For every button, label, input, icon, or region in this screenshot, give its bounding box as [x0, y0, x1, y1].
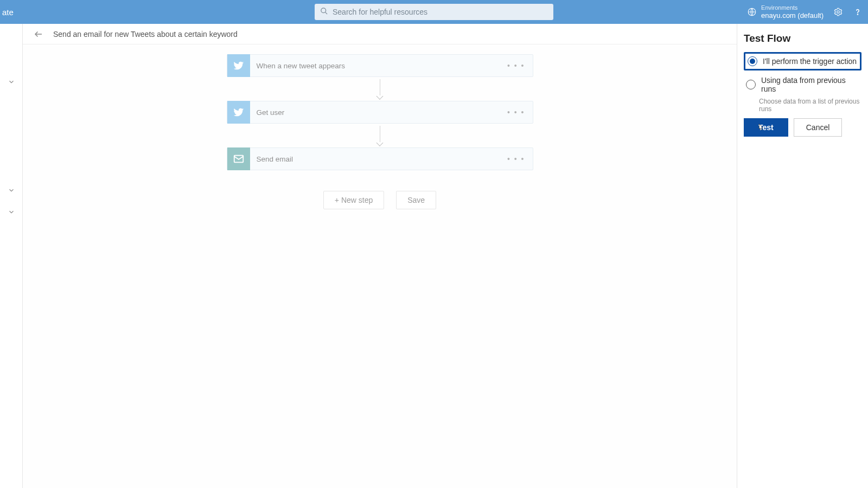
twitter-icon — [227, 101, 250, 124]
test-button-label: Test — [758, 123, 774, 132]
radio-label: I'll perform the trigger action — [763, 57, 857, 66]
page-title: Send an email for new Tweets about a cer… — [53, 30, 238, 38]
top-bar: ate Environments enayu.com (default) — [0, 0, 868, 24]
flow-step-label: When a new tweet appears — [257, 62, 346, 70]
gear-icon[interactable] — [833, 7, 843, 17]
flow-step-label: Get user — [257, 108, 285, 117]
svg-line-1 — [325, 12, 327, 14]
radio-icon — [746, 80, 756, 89]
chevron-down-icon[interactable] — [8, 208, 15, 216]
search-icon — [320, 7, 333, 17]
chevron-down-icon[interactable] — [8, 78, 15, 86]
svg-point-4 — [857, 14, 858, 15]
search-box[interactable] — [315, 4, 553, 20]
environment-label: Environments — [761, 4, 824, 11]
more-icon[interactable]: • • • — [507, 108, 525, 117]
left-nav-collapsed — [0, 24, 23, 488]
panel-title: Test Flow — [744, 33, 861, 44]
radio-icon — [748, 56, 757, 66]
svg-point-3 — [837, 11, 840, 14]
mail-icon — [227, 147, 250, 170]
help-icon[interactable] — [853, 7, 863, 17]
app-label: ate — [0, 8, 14, 17]
flow-canvas: When a new tweet appears • • • Get user … — [23, 44, 737, 488]
more-icon[interactable]: • • • — [507, 155, 525, 163]
flow-step-label: Send email — [257, 155, 293, 163]
flow-step-trigger[interactable]: When a new tweet appears • • • — [227, 54, 533, 77]
new-step-button[interactable]: + New step — [323, 191, 384, 209]
search-input[interactable] — [333, 8, 548, 16]
environment-value: enayu.com (default) — [761, 11, 824, 20]
flow-step-action-1[interactable]: Get user • • • — [227, 101, 533, 124]
radio-help-text: Choose data from a list of previous runs — [759, 98, 861, 113]
test-button[interactable]: Test — [744, 118, 788, 137]
more-icon[interactable]: • • • — [507, 61, 525, 70]
environment-picker[interactable]: Environments enayu.com (default) — [747, 4, 824, 20]
connector-arrow-icon — [227, 77, 533, 101]
save-button[interactable]: Save — [396, 191, 436, 209]
environment-icon — [747, 7, 757, 17]
radio-perform-trigger[interactable]: I'll perform the trigger action — [744, 52, 861, 70]
svg-point-0 — [321, 8, 326, 12]
chevron-down-icon[interactable] — [8, 187, 15, 194]
connector-arrow-icon — [227, 124, 533, 147]
back-arrow-icon[interactable] — [34, 29, 43, 39]
flow-step-action-2[interactable]: Send email • • • — [227, 147, 533, 170]
radio-previous-runs[interactable]: Using data from previous runs — [744, 73, 861, 97]
cancel-button[interactable]: Cancel — [794, 118, 843, 137]
radio-label: Using data from previous runs — [761, 76, 859, 93]
test-flow-panel: Test Flow I'll perform the trigger actio… — [737, 24, 868, 488]
twitter-icon — [227, 54, 250, 77]
